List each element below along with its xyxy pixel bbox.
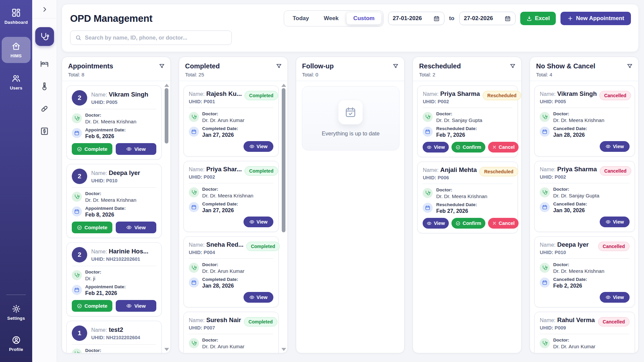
completed-card[interactable]: Name:Suresh Nair UHID: P007 Completed Do… <box>183 312 279 353</box>
calendar-check-icon <box>338 100 363 124</box>
patient-name: Rajesh Ku... <box>206 90 242 97</box>
date-value: Feb 6, 2026 <box>85 133 126 139</box>
view-button[interactable]: View <box>600 292 630 303</box>
view-button[interactable]: View <box>600 217 630 227</box>
doctor-icon <box>540 187 550 197</box>
check-circle-icon <box>455 221 461 226</box>
column-title: Follow-up <box>302 62 398 70</box>
sidebar-item-dashboard[interactable]: Dashboard <box>2 5 31 27</box>
date-label: Rescheduled Date: <box>436 126 477 131</box>
cancelled-card[interactable]: Name:Vikram Singh UHID: P005 Cancelled D… <box>534 85 635 157</box>
new-appointment-button[interactable]: New Appointment <box>560 12 631 25</box>
tab-today[interactable]: Today <box>286 12 316 24</box>
scroll-up-arrow[interactable] <box>164 84 169 87</box>
complete-button[interactable]: Complete <box>72 222 112 233</box>
completed-card[interactable]: Name:Sneha Red... UHID: P004 Completed D… <box>183 236 279 307</box>
appointment-card[interactable]: 2 Name:Deepa Iyer UHID: P010 Doctor:Dr. … <box>66 164 162 238</box>
filter-icon[interactable] <box>509 63 516 69</box>
appointment-card[interactable]: 2 Name:Harinie Hos... UHID: NH2102202601… <box>66 242 162 316</box>
column-title: Appointments <box>68 62 164 70</box>
filter-icon[interactable] <box>159 63 165 69</box>
view-button[interactable]: View <box>600 141 630 152</box>
sidebar-item-users[interactable]: Users <box>2 71 31 93</box>
check-circle-icon <box>77 225 82 230</box>
view-button[interactable]: View <box>116 143 156 155</box>
name-label: Name: <box>189 91 205 97</box>
confirm-button[interactable]: Confirm <box>451 218 485 229</box>
completed-card[interactable]: Name:Rajesh Ku... UHID: P001 Completed D… <box>183 85 279 157</box>
scrollbar-thumb[interactable] <box>165 88 168 143</box>
view-button[interactable]: View <box>423 142 449 153</box>
thermometer-icon[interactable] <box>40 82 49 91</box>
filter-icon[interactable] <box>627 63 633 69</box>
scroll-down-arrow[interactable] <box>164 348 169 351</box>
bed-icon[interactable] <box>40 59 49 68</box>
filter-icon[interactable] <box>276 63 282 69</box>
complete-button[interactable]: Complete <box>72 300 112 312</box>
view-button[interactable]: View <box>116 222 156 233</box>
view-button[interactable]: View <box>244 217 273 227</box>
billing-icon[interactable] <box>40 127 49 136</box>
view-button[interactable]: View <box>244 141 273 152</box>
cancelled-card[interactable]: Name:Priya Sharma UHID: P002 Cancelled D… <box>534 161 635 232</box>
name-label: Name: <box>189 317 205 323</box>
scrollbar <box>164 84 169 351</box>
completed-card[interactable]: Name:Priya Shar... UHID: P002 Completed … <box>183 161 279 232</box>
doctor-label: Doctor: <box>85 191 137 196</box>
cancel-button[interactable]: Cancel <box>488 142 519 153</box>
filter-icon[interactable] <box>392 63 399 69</box>
eye-icon <box>126 225 132 230</box>
pill-icon[interactable] <box>40 104 49 113</box>
doctor-icon <box>189 187 199 197</box>
patient-name: Sneha Red... <box>206 241 244 248</box>
calendar-icon[interactable] <box>433 15 440 22</box>
patient-name: Deepa Iyer <box>557 241 589 248</box>
date-to-field[interactable] <box>459 12 516 25</box>
column-total: Total: 25 <box>185 72 281 77</box>
appointment-card[interactable]: 1 Name:test2 UHID: NH2102202604 Doctor:D… <box>66 321 162 353</box>
empty-state-text: Everything is up to date <box>322 130 379 137</box>
sidebar-item-hims[interactable]: HIMS <box>2 37 31 63</box>
cancelled-card[interactable]: Name:Deepa Iyer UHID: P010 Cancelled Doc… <box>534 236 635 307</box>
search-input[interactable] <box>85 35 227 41</box>
sidebar-item-settings[interactable]: Settings <box>2 302 31 323</box>
name-label: Name: <box>540 242 555 248</box>
date-range-toggle: Today Week Custom <box>284 10 383 26</box>
sidebar-expand-button[interactable] <box>32 0 57 18</box>
sidebar-item-label: Settings <box>7 316 25 321</box>
doctor-name: Dr. Dr. Arun Kumar <box>202 268 245 274</box>
doctor-icon <box>423 112 433 122</box>
complete-button[interactable]: Complete <box>72 143 112 155</box>
patient-uhid: UHID: P010 <box>540 250 589 255</box>
doctor-icon <box>540 338 550 348</box>
search-bar <box>70 31 232 45</box>
appointment-card[interactable]: 2 Name:Vikram Singh UHID: P005 Doctor:Dr… <box>66 85 162 160</box>
x-icon <box>492 221 497 226</box>
cancelled-card[interactable]: Name:Rahul Verma UHID: P009 Cancelled Do… <box>534 312 635 353</box>
date-from-input[interactable] <box>393 15 428 22</box>
date-label: Appointment Date: <box>85 206 126 211</box>
opd-board: Appointments Total: 8 2 Name:Vikram Sing… <box>62 57 639 353</box>
sidebar-item-profile[interactable]: Profile <box>2 333 31 355</box>
doctor-label: Doctor: <box>202 187 254 192</box>
doctor-label: Doctor: <box>85 348 101 353</box>
doctor-label: Doctor: <box>436 187 487 192</box>
rescheduled-card[interactable]: Name:Anjali Mehta UHID: P006 Rescheduled… <box>417 162 518 233</box>
calendar-icon[interactable] <box>504 15 511 22</box>
stethoscope-icon[interactable] <box>35 27 54 46</box>
rescheduled-card[interactable]: Name:Priya Sharma UHID: P002 Rescheduled… <box>417 85 518 157</box>
tab-custom[interactable]: Custom <box>346 12 381 24</box>
date-to-input[interactable] <box>464 15 499 22</box>
scroll-up-arrow[interactable] <box>281 84 286 87</box>
tab-week[interactable]: Week <box>317 12 345 24</box>
scrollbar-thumb[interactable] <box>282 88 285 232</box>
view-button[interactable]: View <box>244 292 273 303</box>
view-button[interactable]: View <box>116 300 156 312</box>
excel-export-button[interactable]: Excel <box>520 12 556 25</box>
cancel-button[interactable]: Cancel <box>488 218 519 229</box>
scroll-down-arrow[interactable] <box>281 348 286 351</box>
confirm-button[interactable]: Confirm <box>451 142 485 153</box>
view-button[interactable]: View <box>423 218 449 229</box>
calendar-icon <box>540 278 550 288</box>
date-from-field[interactable] <box>388 12 444 25</box>
